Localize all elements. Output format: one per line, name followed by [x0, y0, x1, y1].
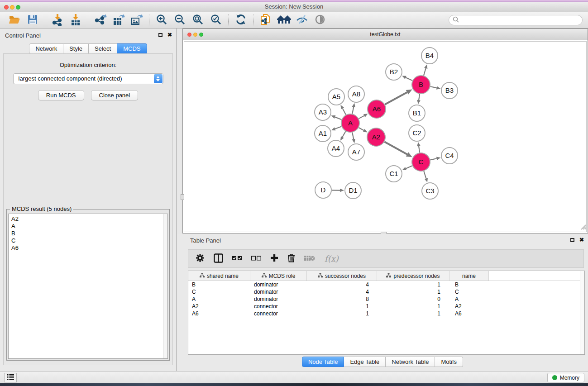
tab-mcds[interactable]: MCDS	[117, 43, 147, 54]
column-header-predecessor-nodes[interactable]: predecessor nodes	[377, 271, 449, 281]
network-zoom-traffic-light[interactable]	[199, 33, 203, 37]
task-history-button[interactable]	[4, 373, 17, 382]
deselect-all-button[interactable]	[251, 255, 261, 262]
close-panel-icon[interactable]: ✖	[579, 238, 584, 242]
zoom-in-button[interactable]	[153, 14, 171, 27]
tab-select[interactable]: Select	[89, 43, 117, 54]
function-builder-button[interactable]: f(x)	[325, 254, 339, 263]
table-row[interactable]: Bdominator41B	[188, 281, 584, 288]
show-column-button[interactable]	[214, 253, 223, 264]
refresh-button[interactable]	[232, 14, 250, 27]
export-network-button[interactable]	[91, 14, 110, 27]
column-type-icon	[200, 273, 205, 279]
column-header-label: shared name	[207, 273, 239, 279]
select-all-button[interactable]	[232, 255, 242, 262]
save-session-button[interactable]	[24, 14, 42, 27]
memory-button[interactable]: Memory	[547, 373, 584, 382]
tab-network-table[interactable]: Network Table	[386, 357, 435, 367]
table-scrollbar[interactable]	[580, 271, 584, 354]
zoom-out-icon	[174, 14, 186, 27]
graph-edge-A-A4[interactable]	[342, 131, 345, 137]
graph-edge-C-C4[interactable]	[430, 158, 436, 160]
graph-edge-B-B3[interactable]	[430, 86, 437, 88]
window-edge-handle[interactable]	[181, 194, 184, 200]
function-builder-icon: f(x)	[325, 254, 339, 263]
table-row[interactable]: Cdominator41C	[188, 288, 584, 295]
graph-edge-B-B2[interactable]	[406, 77, 412, 81]
import-network-button[interactable]	[48, 14, 67, 27]
optimization-criterion-select[interactable]: largest connected component (directed)	[13, 73, 163, 84]
graph-edge-C-C2[interactable]	[419, 146, 420, 152]
table-cell: 1	[377, 310, 449, 317]
zoom-fit-button[interactable]	[189, 14, 207, 27]
zoom-out-button[interactable]	[171, 14, 189, 27]
column-type-icon	[386, 273, 391, 279]
create-column-button[interactable]	[270, 254, 278, 263]
export-table-button[interactable]	[110, 14, 128, 27]
neighbors-button[interactable]	[275, 14, 293, 27]
delete-column-button[interactable]	[287, 253, 295, 264]
close-panel-button[interactable]: Close panel	[91, 90, 139, 100]
graph-edge-A-A6[interactable]	[359, 116, 364, 119]
graph-edge-A-A2[interactable]	[359, 128, 363, 130]
mcds-result-item[interactable]: C	[11, 237, 167, 244]
network-minimize-traffic-light[interactable]	[193, 33, 197, 37]
import-table-button[interactable]	[67, 14, 85, 27]
column-header-name[interactable]: name	[449, 271, 489, 281]
network-close-traffic-light[interactable]	[187, 33, 191, 37]
graph-edge-A-A3[interactable]	[335, 117, 341, 120]
show-graphics-details-button[interactable]	[293, 14, 311, 27]
table-settings-button[interactable]	[196, 253, 205, 264]
network-view-window: testGlobe.txt B4B2BB3A8A5A6B1A3AA1C2A2A4…	[182, 29, 588, 234]
tab-network[interactable]: Network	[29, 43, 63, 54]
tab-style[interactable]: Style	[63, 43, 89, 54]
close-panel-icon[interactable]: ✖	[167, 33, 172, 37]
export-image-button[interactable]	[128, 14, 146, 27]
graph-edge-A-A8[interactable]	[352, 107, 354, 114]
table-cell: 1	[377, 303, 449, 310]
run-mcds-button[interactable]: Run MCDS	[38, 90, 84, 100]
minimize-traffic-light[interactable]	[10, 5, 14, 10]
close-traffic-light[interactable]	[4, 5, 9, 10]
graph-edge-A6-B[interactable]	[385, 92, 407, 105]
float-panel-icon[interactable]	[570, 238, 574, 242]
column-header-successor-nodes[interactable]: successor nodes	[307, 271, 377, 281]
tab-edge-table[interactable]: Edge Table	[344, 357, 386, 367]
graph-edge-B-B4[interactable]	[424, 68, 426, 76]
tab-motifs[interactable]: Motifs	[435, 357, 463, 367]
mcds-result-item[interactable]: B	[11, 230, 167, 237]
float-panel-icon[interactable]	[158, 33, 163, 37]
search-input[interactable]	[461, 16, 582, 24]
delete-table-button[interactable]	[304, 255, 316, 263]
column-header-shared-name[interactable]: shared name	[188, 271, 250, 281]
network-window-titlebar[interactable]: testGlobe.txt	[183, 29, 588, 40]
network-canvas[interactable]: B4B2BB3A8A5A6B1A3AA1C2A2A4A7C4CC1C3DD1	[184, 41, 587, 232]
mcds-result-item[interactable]: A6	[11, 244, 167, 252]
column-header-MCDS-role[interactable]: MCDS role	[250, 271, 307, 281]
zoom-traffic-light[interactable]	[16, 5, 20, 10]
table-row[interactable]: A6connector11A6	[188, 310, 584, 317]
table-row[interactable]: A2connector11A2	[188, 303, 584, 310]
mcds-result-item[interactable]: A	[11, 223, 167, 230]
export-table-icon	[113, 14, 125, 27]
open-file-icon	[9, 14, 21, 26]
table-panel-title: Table Panel	[190, 237, 221, 244]
tab-node-table[interactable]: Node Table	[302, 357, 344, 367]
graph-edge-C-C1[interactable]	[406, 166, 412, 168]
app-titlebar: Session: New Session	[0, 2, 588, 12]
resize-grip-icon[interactable]	[579, 223, 586, 232]
graph-edge-A-A1[interactable]	[335, 126, 341, 129]
graph-edge-A-A5[interactable]	[343, 109, 346, 115]
search-box[interactable]	[449, 15, 583, 25]
birds-eye-view-button[interactable]	[311, 14, 329, 27]
open-file-button[interactable]	[5, 14, 24, 27]
graph-edge-C-C3[interactable]	[424, 171, 426, 178]
mcds-result-item[interactable]: A2	[11, 215, 167, 223]
graph-edge-B-B1[interactable]	[419, 94, 420, 100]
graph-edge-A-A7[interactable]	[352, 133, 354, 139]
result-list-scrollbar[interactable]	[163, 214, 167, 358]
table-row[interactable]: Adominator80A	[188, 295, 584, 303]
graph-edge-A2-C[interactable]	[384, 142, 407, 154]
clone-network-button[interactable]	[257, 14, 275, 27]
zoom-selected-button[interactable]	[207, 14, 225, 27]
